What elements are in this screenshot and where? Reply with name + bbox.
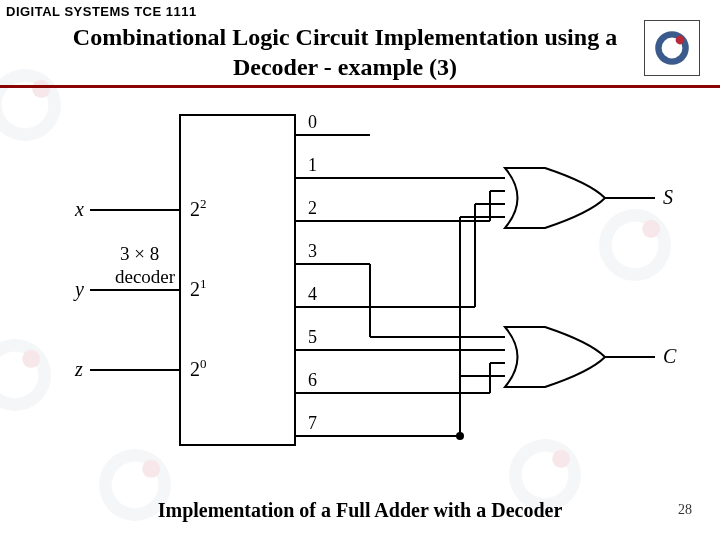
output-s: S	[663, 186, 673, 208]
out-0: 0	[308, 112, 317, 132]
title-line1: Combinational Logic Circuit Implementati…	[73, 24, 617, 50]
out-3: 3	[308, 241, 317, 261]
out-2: 2	[308, 198, 317, 218]
out-6: 6	[308, 370, 317, 390]
institution-logo	[644, 20, 700, 76]
course-code: DIGITAL SYSTEMS TCE 1111	[6, 4, 197, 19]
out-5: 5	[308, 327, 317, 347]
out-4: 4	[308, 284, 317, 304]
decoder-label-b: decoder	[115, 266, 176, 287]
svg-point-0	[32, 80, 50, 98]
input-x-label: x	[74, 198, 84, 220]
slide-title: Combinational Logic Circuit Implementati…	[60, 22, 630, 82]
output-c: C	[663, 345, 677, 367]
decoder-label-a: 3 × 8	[120, 243, 159, 264]
page-number: 28	[678, 502, 692, 518]
svg-point-2	[22, 350, 40, 368]
decoder-diagram: x 22 y 21 z 20 3 × 8 decoder 0 1 2 3 4 5…	[60, 100, 680, 470]
out-7: 7	[308, 413, 317, 433]
out-1: 1	[308, 155, 317, 175]
input-y-label: y	[73, 278, 84, 301]
svg-point-33	[456, 432, 464, 440]
or-gate-s: S	[505, 168, 673, 228]
title-line2: Decoder - example (3)	[233, 54, 457, 80]
input-z-label: z	[74, 358, 83, 380]
bg-logo	[0, 330, 60, 420]
or-gate-c: C	[505, 327, 677, 387]
svg-point-5	[676, 36, 685, 45]
caption: Implementation of a Full Adder with a De…	[0, 499, 720, 522]
title-underline	[0, 85, 720, 88]
